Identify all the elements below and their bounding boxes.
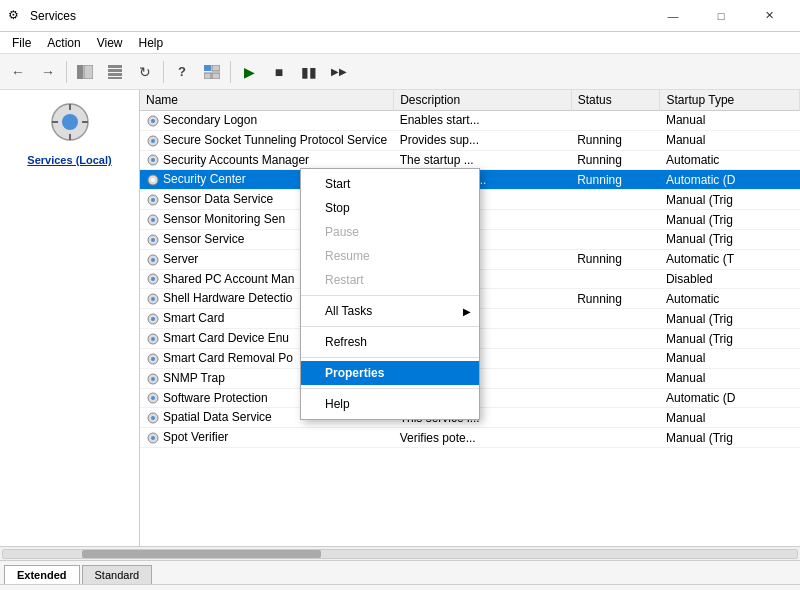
table-row[interactable]: Secondary LogonEnables start...Manual bbox=[140, 111, 800, 131]
svg-rect-15 bbox=[82, 121, 88, 123]
svg-rect-5 bbox=[108, 77, 122, 79]
service-name-cell: Security Accounts Manager bbox=[140, 150, 394, 170]
service-name: Shared PC Account Man bbox=[163, 272, 294, 286]
service-icon bbox=[146, 113, 163, 127]
context-menu-item-properties[interactable]: Properties bbox=[301, 361, 479, 385]
service-name: Sensor Monitoring Sen bbox=[163, 212, 285, 226]
service-name: Secondary Logon bbox=[163, 113, 257, 127]
title-bar: ⚙ Services — □ ✕ bbox=[0, 0, 800, 32]
service-icon bbox=[146, 410, 163, 424]
col-description[interactable]: Description bbox=[394, 90, 572, 111]
service-name: Shell Hardware Detectio bbox=[163, 291, 292, 305]
sidebar-label[interactable]: Services (Local) bbox=[27, 154, 111, 166]
service-startup-cell: Manual (Trig bbox=[660, 190, 800, 210]
service-name: Spatial Data Service bbox=[163, 410, 272, 424]
service-startup-cell: Manual (Trig bbox=[660, 428, 800, 448]
context-menu-item-help[interactable]: Help bbox=[301, 392, 479, 416]
refresh-button[interactable]: ↻ bbox=[131, 58, 159, 86]
service-status-cell bbox=[571, 111, 660, 131]
service-icon bbox=[146, 311, 163, 325]
hscrollbar[interactable] bbox=[0, 546, 800, 560]
menu-view[interactable]: View bbox=[89, 34, 131, 52]
tab-standard[interactable]: Standard bbox=[82, 565, 153, 584]
context-menu-separator bbox=[301, 295, 479, 296]
show-hide-button[interactable] bbox=[71, 58, 99, 86]
service-status-cell: Running bbox=[571, 289, 660, 309]
context-menu-item-refresh[interactable]: Refresh bbox=[301, 330, 479, 354]
svg-point-47 bbox=[151, 416, 155, 420]
toolbar-sep-2 bbox=[163, 61, 164, 83]
forward-button[interactable]: → bbox=[34, 58, 62, 86]
window-controls: — □ ✕ bbox=[650, 0, 792, 32]
service-status-cell bbox=[571, 428, 660, 448]
app-icon: ⚙ bbox=[8, 8, 24, 24]
svg-rect-8 bbox=[204, 73, 211, 79]
menu-action[interactable]: Action bbox=[39, 34, 88, 52]
svg-rect-4 bbox=[108, 73, 122, 76]
service-name: Smart Card Device Enu bbox=[163, 331, 289, 345]
svg-point-23 bbox=[151, 178, 155, 182]
service-startup-cell: Manual bbox=[660, 408, 800, 428]
svg-point-37 bbox=[151, 317, 155, 321]
svg-point-49 bbox=[151, 436, 155, 440]
service-icon bbox=[146, 153, 163, 167]
service-status-cell bbox=[571, 388, 660, 408]
service-name: Sensor Data Service bbox=[163, 192, 273, 206]
col-name[interactable]: Name bbox=[140, 90, 394, 111]
col-startup[interactable]: Startup Type bbox=[660, 90, 800, 111]
service-startup-cell: Manual bbox=[660, 130, 800, 150]
service-status-cell: Running bbox=[571, 170, 660, 190]
svg-rect-0 bbox=[77, 65, 83, 79]
hscroll-thumb[interactable] bbox=[82, 550, 320, 558]
help-button[interactable]: ? bbox=[168, 58, 196, 86]
toolbar-sep-3 bbox=[230, 61, 231, 83]
menu-help[interactable]: Help bbox=[131, 34, 172, 52]
context-menu-item-restart: Restart bbox=[301, 268, 479, 292]
svg-point-17 bbox=[151, 119, 155, 123]
context-menu-item-resume: Resume bbox=[301, 244, 479, 268]
minimize-button[interactable]: — bbox=[650, 0, 696, 32]
context-menu-item-start[interactable]: Start bbox=[301, 172, 479, 196]
pause-service-button[interactable]: ▮▮ bbox=[295, 58, 323, 86]
service-status-cell bbox=[571, 329, 660, 349]
close-button[interactable]: ✕ bbox=[746, 0, 792, 32]
service-startup-cell: Disabled bbox=[660, 269, 800, 289]
back-button[interactable]: ← bbox=[4, 58, 32, 86]
svg-point-31 bbox=[151, 258, 155, 262]
service-status-cell bbox=[571, 309, 660, 329]
table-row[interactable]: Spot VerifierVerifies pote...Manual (Tri… bbox=[140, 428, 800, 448]
service-name: Security Center bbox=[163, 172, 246, 186]
table-row[interactable]: Security Accounts ManagerThe startup ...… bbox=[140, 150, 800, 170]
view-toggle-button[interactable] bbox=[198, 58, 226, 86]
start-service-button[interactable]: ▶ bbox=[235, 58, 263, 86]
svg-rect-2 bbox=[108, 65, 122, 68]
stop-service-button[interactable]: ■ bbox=[265, 58, 293, 86]
service-status-cell bbox=[571, 368, 660, 388]
table-row[interactable]: Secure Socket Tunneling Protocol Service… bbox=[140, 130, 800, 150]
svg-rect-7 bbox=[212, 65, 220, 71]
service-icon bbox=[146, 351, 163, 365]
list-view-button[interactable] bbox=[101, 58, 129, 86]
svg-point-19 bbox=[151, 139, 155, 143]
svg-point-35 bbox=[151, 297, 155, 301]
svg-point-29 bbox=[151, 238, 155, 242]
svg-rect-3 bbox=[108, 69, 122, 72]
menu-file[interactable]: File bbox=[4, 34, 39, 52]
service-name-cell: Secure Socket Tunneling Protocol Service bbox=[140, 130, 394, 150]
context-menu: StartStopPauseResumeRestartAll TasksRefr… bbox=[300, 168, 480, 420]
service-startup-cell: Automatic (D bbox=[660, 388, 800, 408]
hscroll-track[interactable] bbox=[2, 549, 798, 559]
status-bar: Opens the properties dialog box for the … bbox=[0, 584, 800, 590]
maximize-button[interactable]: □ bbox=[698, 0, 744, 32]
main-area: Services (Local) Name Description Status… bbox=[0, 90, 800, 546]
service-icon bbox=[146, 371, 163, 385]
context-menu-item-stop[interactable]: Stop bbox=[301, 196, 479, 220]
context-menu-item-all-tasks[interactable]: All Tasks bbox=[301, 299, 479, 323]
service-description-cell: Enables start... bbox=[394, 111, 572, 131]
col-status[interactable]: Status bbox=[571, 90, 660, 111]
service-description-cell: The startup ... bbox=[394, 150, 572, 170]
service-icon bbox=[146, 252, 163, 266]
window-title: Services bbox=[30, 9, 650, 23]
restart-service-button[interactable]: ▶▶ bbox=[325, 58, 353, 86]
tab-extended[interactable]: Extended bbox=[4, 565, 80, 584]
